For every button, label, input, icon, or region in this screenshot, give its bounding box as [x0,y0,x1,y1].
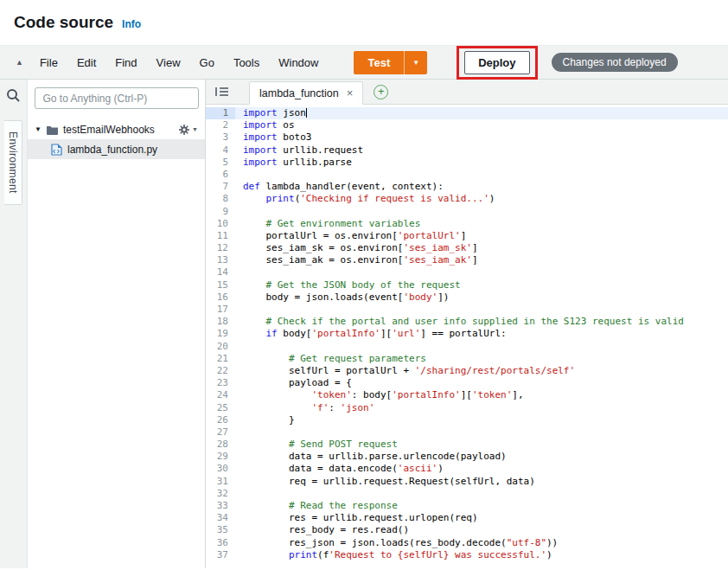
info-link[interactable]: Info [122,18,141,30]
menu-file[interactable]: File [30,56,67,69]
menu-find[interactable]: Find [105,56,146,69]
code-line[interactable]: 32 [206,488,728,500]
line-text: res_body = res.read() [235,524,409,536]
line-text [235,488,243,500]
code-line[interactable]: 2import os [206,119,728,131]
menu-edit[interactable]: Edit [67,56,105,69]
code-line[interactable]: 7def lambda_handler(event, context): [206,181,728,193]
line-text: # Read the response [235,500,398,512]
code-line[interactable]: 31 req = urllib.request.Request(selfUrl,… [206,476,728,488]
tab-list-icon[interactable] [215,86,229,98]
tree-folder-row[interactable]: ▼ testEmailWebhooks ▼ [28,119,205,139]
code-line[interactable]: 10 # Get environment variables [206,218,728,230]
code-line[interactable]: 18 # Check if the portal and user info s… [206,316,728,328]
line-number: 10 [206,218,235,230]
deploy-button[interactable]: Deploy [464,51,529,74]
line-text: 'token': body['portalInfo']['token'], [235,389,524,401]
line-number: 6 [206,169,235,181]
deploy-annotation-box: Deploy [457,46,537,80]
line-number: 31 [206,476,235,488]
code-line[interactable]: 3import boto3 [206,131,728,144]
line-text [235,341,243,353]
line-text: # Get request parameters [235,353,426,365]
code-line[interactable]: 1import json [206,107,728,119]
code-line[interactable]: 25 'f': 'json' [206,402,728,414]
collapse-panel-icon[interactable]: ▲ [16,58,23,67]
code-line[interactable]: 27 [206,426,728,439]
code-line[interactable]: 9 [206,206,728,218]
new-tab-plus-icon[interactable]: + [374,85,388,99]
code-line[interactable]: 19 if body['portalInfo']['url'] == porta… [206,328,728,340]
code-line[interactable]: 12 ses_iam_sk = os.environ['ses_iam_sk'] [206,242,728,254]
line-text: data = urllib.parse.urlencode(payload) [235,451,507,463]
line-number: 4 [206,144,235,157]
code-line[interactable]: 17 [206,304,728,316]
line-number: 32 [206,488,235,500]
line-number: 35 [206,524,235,536]
code-line[interactable]: 23 payload = { [206,377,728,389]
page-header: Code source Info [0,0,728,45]
menu-window[interactable]: Window [269,56,328,69]
code-line[interactable]: 36 res_json = json.loads(res_body.decode… [206,537,728,549]
menu-go[interactable]: Go [190,56,224,69]
code-line[interactable]: 5import urllib.parse [206,157,728,169]
code-line[interactable]: 34 res = urllib.request.urlopen(req) [206,512,728,524]
line-text: import os [235,119,295,131]
goto-anything-input[interactable] [35,87,199,109]
line-text [235,304,243,316]
code-line[interactable]: 22 selfUrl = portalUrl + '/sharing/rest/… [206,365,728,377]
code-line[interactable]: 15 # Get the JSON body of the request [206,279,728,291]
line-number: 2 [206,119,235,131]
code-line[interactable]: 4import urllib.request [206,144,728,157]
tab-close-icon[interactable]: × [347,87,354,99]
code-line[interactable]: 26 } [206,414,728,426]
tab-lambda-function[interactable]: lambda_function × [249,81,363,105]
code-line[interactable]: 35 res_body = res.read() [206,524,728,536]
line-text: payload = { [235,377,352,389]
code-line[interactable]: 16 body = json.loads(event['body']) [206,291,728,304]
line-number: 20 [206,341,235,353]
line-text [235,266,243,279]
line-number: 29 [206,451,235,463]
chevron-down-icon[interactable]: ▼ [35,125,42,133]
line-number: 15 [206,279,235,291]
code-line[interactable]: 30 data = data.encode('ascii') [206,463,728,475]
test-dropdown-caret-icon[interactable]: ▼ [404,51,427,74]
environment-tab[interactable]: Environment [4,120,22,205]
code-line[interactable]: 20 [206,341,728,353]
line-number: 19 [206,328,235,340]
folder-name: testEmailWebhooks [63,124,174,136]
code-line[interactable]: 29 data = urllib.parse.urlencode(payload… [206,451,728,463]
menu-view[interactable]: View [147,56,190,69]
line-text: import json [235,107,307,119]
code-line[interactable]: 6 [206,169,728,181]
test-button[interactable]: Test ▼ [354,51,427,74]
code-line[interactable]: 14 [206,266,728,279]
line-text: # Get the JSON body of the request [235,279,461,291]
code-line[interactable]: 21 # Get request parameters [206,353,728,365]
code-line[interactable]: 28 # Send POST request [206,439,728,451]
code-area[interactable]: 1import json2import os3import boto34impo… [206,105,728,568]
line-text: ses_iam_sk = os.environ['ses_iam_sk'] [235,242,478,254]
code-line[interactable]: 33 # Read the response [206,500,728,512]
environment-tab-label: Environment [7,131,19,194]
ide: Environment ▼ testEmailWebhooks ▼ [0,80,728,568]
code-line[interactable]: 8 print('Checking if request is valid...… [206,193,728,205]
tree-file-row-selected[interactable]: lambda_function.py [28,139,205,159]
line-number: 22 [206,365,235,377]
settings-gear-icon[interactable]: ▼ [178,124,198,136]
left-rail: Environment [0,80,28,568]
code-line[interactable]: 11 portalUrl = os.environ['portalUrl'] [206,230,728,242]
line-number: 9 [206,206,235,218]
menu-tools[interactable]: Tools [224,56,269,69]
menubar: ▲ File Edit Find View Go Tools Window Te… [0,45,728,80]
line-number: 8 [206,193,235,205]
line-text: res_json = json.loads(res_body.decode("u… [235,537,558,549]
code-line[interactable]: 37 print(f'Request to {selfUrl} was succ… [206,549,728,561]
search-icon[interactable] [6,88,21,106]
line-number: 23 [206,377,235,389]
code-line[interactable]: 13 ses_iam_ak = os.environ['ses_iam_ak'] [206,254,728,266]
line-text: selfUrl = portalUrl + '/sharing/rest/por… [235,365,575,377]
test-button-label: Test [354,51,404,74]
code-line[interactable]: 24 'token': body['portalInfo']['token'], [206,389,728,401]
